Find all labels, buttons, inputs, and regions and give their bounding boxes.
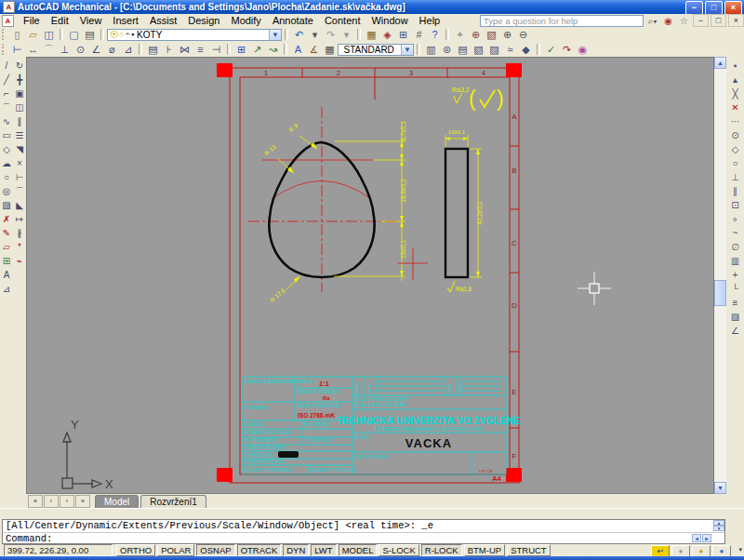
drawing-symbols-icon[interactable]: ▨: [486, 43, 502, 56]
dim-6-7[interactable]: 6,7±0,1: [400, 121, 406, 141]
undo-icon[interactable]: ↶: [291, 28, 307, 41]
balloon-icon[interactable]: ⊚: [439, 43, 455, 56]
snap-apparent-icon[interactable]: ✕: [729, 100, 741, 114]
snap-node-icon[interactable]: ∘: [729, 212, 741, 226]
snap-none-icon[interactable]: ∅: [729, 240, 741, 254]
text-icon[interactable]: A: [1, 268, 13, 282]
contour-trace-icon[interactable]: ▱: [1, 240, 13, 254]
menu-file[interactable]: File: [18, 14, 46, 27]
match-properties-icon[interactable]: ▦: [364, 28, 379, 41]
snap-parallel-icon[interactable]: ∥: [729, 184, 741, 198]
command-scrollbar[interactable]: ▲ ▼: [713, 520, 724, 531]
restore-button[interactable]: □: [705, 1, 723, 15]
toolbar-grip[interactable]: [2, 44, 7, 55]
coordinate-readout[interactable]: 399.72, 226.29, 0.00: [4, 544, 113, 556]
scroll-down-icon[interactable]: ▼: [713, 526, 724, 531]
dim-edit-icon[interactable]: ▦: [322, 43, 338, 56]
plot-icon[interactable]: ▤: [82, 28, 98, 41]
zoom-window-icon[interactable]: ▧: [484, 28, 499, 41]
dim-42-2[interactable]: 42,2±0,1: [476, 201, 483, 225]
status-toggle-btm-up[interactable]: BTM-UP: [464, 544, 505, 556]
status-toggle-lwt[interactable]: LWT: [311, 544, 336, 556]
tab-layout1[interactable]: Rozvržení1: [140, 495, 206, 508]
dim-chain-icon[interactable]: ⋈: [177, 43, 193, 56]
break-icon[interactable]: ∦: [14, 226, 26, 240]
snap-extension-icon[interactable]: ⋯: [729, 114, 741, 128]
viewport-scrollbar[interactable]: ▲ ▼: [714, 57, 726, 494]
snap-settings-icon[interactable]: ▥: [729, 254, 741, 268]
status-toggle-otrack[interactable]: OTRACK: [237, 544, 282, 556]
dim-15[interactable]: 15±0,1: [400, 240, 406, 259]
chevron-down-icon[interactable]: ▼: [269, 30, 281, 40]
block-editor-icon[interactable]: ⊞: [395, 28, 411, 41]
mirror-icon[interactable]: ◫: [14, 100, 26, 114]
temp-track-point-icon[interactable]: +: [729, 268, 741, 282]
doc-restore-button[interactable]: □: [711, 14, 726, 27]
pan-icon[interactable]: ⌖: [452, 28, 468, 41]
chevron-down-icon[interactable]: ▼: [401, 45, 413, 55]
snap-perpendicular-icon[interactable]: ⊥: [729, 170, 741, 184]
tab-model[interactable]: Model: [95, 495, 139, 508]
snap-midpoint-icon[interactable]: ▴: [729, 73, 741, 87]
command-prompt[interactable]: Command:: [3, 533, 724, 544]
plot-preview-icon[interactable]: ▢: [66, 28, 82, 41]
layer-freeze-icon[interactable]: ○: [119, 30, 124, 39]
dim-ra1-6[interactable]: Ra1,6: [456, 286, 472, 292]
revision-cloud-icon[interactable]: ☁: [1, 156, 13, 170]
doc-minimize-button[interactable]: −: [693, 14, 709, 27]
dim-baseline-icon[interactable]: ▤: [145, 43, 161, 56]
dim-10[interactable]: 10±0,1: [448, 129, 466, 135]
multileader-icon[interactable]: ↗: [249, 43, 265, 56]
drawing-viewport[interactable]: 1 2 3 4 A B C D E F A4 Ra3,2 ( ): [26, 57, 714, 494]
zoom-out-icon[interactable]: ⊖: [515, 28, 531, 41]
dim-r17-6[interactable]: R 17,6: [269, 287, 286, 303]
move-icon[interactable]: ╋: [14, 73, 26, 87]
explode-icon[interactable]: *: [14, 240, 26, 254]
dim-jogged-icon[interactable]: ∠: [88, 43, 104, 56]
trim-icon[interactable]: ×: [14, 156, 26, 170]
sketch-icon[interactable]: ✎: [1, 226, 13, 240]
pitch-curve[interactable]: [272, 181, 371, 200]
polygon-icon[interactable]: ◇: [1, 142, 13, 156]
snap-intersection-icon[interactable]: ╳: [729, 87, 741, 100]
dim-aligned-icon[interactable]: ↔: [25, 43, 41, 56]
scrollbar-thumb[interactable]: [714, 280, 726, 306]
fits-list-icon[interactable]: ▧: [471, 43, 486, 56]
snap-tangent-icon[interactable]: ○: [729, 156, 741, 170]
menu-view[interactable]: View: [74, 14, 108, 27]
zoom-in-icon[interactable]: ⊕: [499, 28, 515, 41]
dim-stack-icon[interactable]: ≡: [193, 43, 208, 56]
surface-texture-icon[interactable]: ◆: [518, 43, 534, 56]
open-file-icon[interactable]: ▱: [25, 28, 41, 41]
tray-chevron-icon[interactable]: ▾: [738, 546, 742, 553]
scroll-right-icon[interactable]: ▶: [702, 534, 711, 542]
status-toggle-s-lock[interactable]: S-LOCK: [379, 544, 418, 556]
revision-arc-icon[interactable]: ↷: [559, 43, 575, 56]
snap-quadrant-icon[interactable]: ◇: [729, 142, 741, 156]
extend-icon[interactable]: ⊢: [14, 170, 26, 184]
status-toggle-r-lock[interactable]: R-LOCK: [421, 544, 462, 556]
arc-icon[interactable]: ⌒: [1, 100, 13, 114]
layer-color-swatch-icon[interactable]: ▪: [131, 30, 134, 39]
calculator-icon[interactable]: #: [411, 28, 427, 41]
snap-angle-icon[interactable]: ∠: [729, 324, 741, 338]
power-dimension-icon[interactable]: ⊞: [233, 43, 249, 56]
tab-nav--[interactable]: ›: [60, 495, 74, 508]
bom-database-icon[interactable]: ▥: [423, 43, 439, 56]
line-icon[interactable]: /: [1, 59, 13, 73]
zoom-realtime-icon[interactable]: ⊕: [468, 28, 484, 41]
minimize-button[interactable]: −: [685, 1, 703, 15]
snap-from-icon[interactable]: └: [729, 282, 741, 296]
dim-angular-icon[interactable]: ⊿: [120, 43, 136, 56]
ra-sheet-label[interactable]: Ra3,2: [452, 87, 470, 93]
menu-annotate[interactable]: Annotate: [267, 14, 319, 27]
help-search-input[interactable]: Type a question for help: [480, 15, 644, 27]
dim-linear-icon[interactable]: ⊢: [9, 43, 25, 56]
parts-list-icon[interactable]: ▤: [455, 43, 471, 56]
layer-bulb-icon[interactable]: ⦿: [110, 30, 118, 39]
snap-center-icon[interactable]: ⊙: [729, 128, 741, 142]
status-toggle-polar[interactable]: POLAR: [157, 544, 194, 556]
dimstyle-dropdown[interactable]: STANDARD ▼: [338, 44, 414, 56]
side-view-outline[interactable]: [445, 149, 468, 277]
snap-nearest-icon[interactable]: ~: [729, 226, 741, 240]
